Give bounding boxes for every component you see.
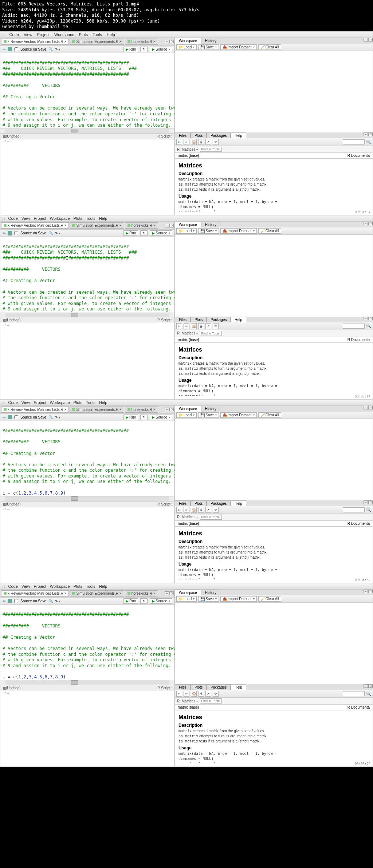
save-icon[interactable] (8, 415, 12, 419)
source-button[interactable]: ▶Source (150, 47, 172, 52)
tab-review[interactable]: k-Review-Vectors-Matrices-Lists.R × (1, 39, 69, 45)
tab-review[interactable]: k-Review-Vectors-Matrices-Lists.R × (1, 222, 69, 229)
menu-project[interactable]: Project (37, 32, 50, 37)
rerun-button[interactable]: ↻ (140, 598, 148, 604)
tab-help[interactable]: Help (231, 500, 246, 506)
back-icon[interactable]: ⇦ (3, 231, 5, 235)
minimize-icon[interactable]: – (364, 132, 368, 136)
menu-it[interactable]: it (3, 32, 5, 37)
help-popout-icon[interactable]: ↗ (205, 691, 211, 697)
save-icon[interactable] (8, 231, 12, 235)
menu-workspace[interactable]: Workspace (54, 32, 74, 37)
clear-button[interactable]: 🧹Clear All (258, 228, 281, 234)
help-refresh-icon[interactable]: ↻ (213, 139, 219, 145)
run-button[interactable]: ▶Run (123, 415, 138, 420)
find-icon[interactable]: 🔍 (48, 231, 53, 235)
source-button[interactable]: ▶Source (150, 230, 172, 236)
help-fwd-icon[interactable]: ⇨ (184, 323, 189, 329)
import-button[interactable]: 📥 Import Dataset (220, 228, 257, 234)
find-in-topic-input[interactable] (200, 147, 222, 152)
code-editor[interactable]: ########################################… (0, 237, 174, 312)
tab-packages[interactable]: Packages (207, 684, 231, 690)
tab-simulation[interactable]: Simulation-Experiments.R × (70, 39, 124, 45)
minimize-icon[interactable]: – (165, 40, 169, 43)
tab-history[interactable]: History (201, 222, 220, 227)
editor-scroll-h[interactable] (0, 496, 174, 501)
tab-packages[interactable]: Packages (207, 132, 231, 138)
tab-simulation[interactable]: Simulation-Experiments.R × (70, 407, 124, 413)
help-back-icon[interactable]: ⇦ (176, 323, 182, 329)
rerun-button[interactable]: ↻ (140, 230, 148, 236)
tab-workspace[interactable]: Workspace (175, 222, 201, 227)
import-button[interactable]: 📥 Import Dataset (220, 412, 257, 418)
console-prompt[interactable]: ~/ ⇒ (0, 691, 174, 694)
maximize-icon[interactable]: □ (368, 132, 373, 136)
console-area[interactable] (0, 511, 174, 583)
tab-plots[interactable]: Plots (191, 684, 207, 690)
help-print-icon[interactable]: 🖨 (198, 323, 204, 329)
menu-help[interactable]: Help (107, 32, 115, 37)
help-search-input[interactable] (343, 507, 365, 512)
help-back-icon[interactable]: ⇦ (176, 139, 182, 145)
console-prompt[interactable]: ~/ ⇒ (0, 139, 174, 143)
wand-icon[interactable]: ✎ (55, 599, 60, 603)
source-on-save-checkbox[interactable] (14, 231, 18, 235)
help-fwd-icon[interactable]: ⇨ (184, 507, 189, 513)
console-area[interactable] (0, 326, 174, 399)
tab-help[interactable]: Help (231, 684, 246, 690)
load-button[interactable]: 📁 Load (176, 228, 197, 234)
find-in-topic-input[interactable] (200, 698, 222, 703)
find-icon[interactable]: 🔍 (48, 599, 53, 603)
console-area[interactable] (0, 143, 174, 215)
back-icon[interactable]: ⇦ (3, 599, 5, 603)
help-home-icon[interactable]: 🏠 (191, 323, 197, 329)
save-icon[interactable] (8, 599, 12, 603)
save-ws-button[interactable]: 💾 Save (198, 412, 219, 418)
tab-plots[interactable]: Plots (191, 317, 207, 322)
code-editor[interactable]: ########################################… (0, 421, 174, 496)
clear-button[interactable]: 🧹Clear All (258, 412, 281, 418)
tab-files[interactable]: Files (175, 500, 191, 506)
tab-horsekicks[interactable]: horsekicks.R × (125, 222, 158, 229)
find-icon[interactable]: 🔍 (48, 415, 53, 419)
editor-scroll-h[interactable] (0, 128, 174, 133)
back-icon[interactable]: ⇦ (3, 415, 5, 419)
help-popout-icon[interactable]: ↗ (205, 139, 211, 145)
save-ws-button[interactable]: 💾 Save (198, 596, 219, 602)
tab-horsekicks[interactable]: horsekicks.R × (125, 407, 158, 413)
tab-packages[interactable]: Packages (207, 500, 231, 506)
run-button[interactable]: ▶Run (123, 598, 138, 604)
source-button[interactable]: ▶Source (150, 598, 172, 604)
maximize-icon[interactable]: □ (169, 224, 174, 227)
console-prompt[interactable]: ~/ ⇒ (0, 323, 174, 326)
minimize-icon[interactable]: – (364, 38, 368, 41)
help-print-icon[interactable]: 🖨 (198, 139, 204, 145)
run-button[interactable]: ▶Run (123, 47, 138, 52)
help-search-input[interactable] (343, 691, 365, 696)
help-fwd-icon[interactable]: ⇨ (184, 691, 189, 697)
tab-help[interactable]: Help (231, 132, 246, 138)
rerun-button[interactable]: ↻ (140, 47, 148, 52)
menu-code[interactable]: Code (9, 32, 19, 37)
help-fwd-icon[interactable]: ⇨ (184, 139, 189, 145)
find-in-topic-input[interactable] (200, 331, 222, 336)
back-icon[interactable]: ⇦ (3, 47, 5, 51)
save-icon[interactable] (8, 47, 12, 51)
tab-packages[interactable]: Packages (207, 317, 231, 322)
tab-files[interactable]: Files (175, 132, 191, 138)
help-refresh-icon[interactable]: ↻ (213, 323, 219, 329)
source-button[interactable]: ▶Source (150, 415, 172, 420)
help-home-icon[interactable]: 🏠 (191, 139, 197, 145)
tab-files[interactable]: Files (175, 684, 191, 690)
menu-view[interactable]: View (24, 32, 32, 37)
help-refresh-icon[interactable]: ↻ (213, 507, 219, 513)
help-home-icon[interactable]: 🏠 (191, 507, 197, 513)
menu-plots[interactable]: Plots (79, 32, 88, 37)
source-on-save-checkbox[interactable] (14, 47, 18, 51)
tab-horsekicks[interactable]: horsekicks.R × (125, 39, 158, 45)
save-ws-button[interactable]: 💾 Save (198, 228, 219, 234)
console-prompt[interactable]: ~/ ⇒ (0, 507, 174, 511)
editor-scroll-h[interactable] (0, 680, 174, 685)
save-ws-button[interactable]: 💾 Save (198, 44, 219, 50)
tab-files[interactable]: Files (175, 317, 191, 322)
